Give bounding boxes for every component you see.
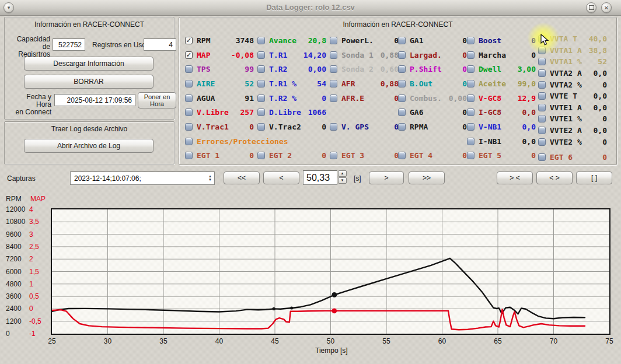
unchecked-checkbox-vvte2[interactable] [538, 138, 546, 146]
records-in-use-field[interactable]: 4 [144, 38, 176, 51]
unchecked-checkbox-egt-6[interactable] [538, 153, 546, 161]
step-back-button[interactable]: < [263, 172, 299, 184]
checked-checkbox-map[interactable]: ✓ [185, 51, 193, 59]
unchecked-checkbox-sonda-1[interactable] [330, 51, 337, 59]
unchecked-checkbox-vvta2[interactable] [538, 81, 546, 89]
unchecked-checkbox-vvta-t[interactable] [538, 35, 546, 43]
unchecked-checkbox-t-r2[interactable] [257, 65, 265, 73]
unchecked-checkbox-aire[interactable] [185, 80, 193, 88]
chart-plot-area[interactable] [51, 208, 610, 335]
unchecked-checkbox-afr-e[interactable] [330, 94, 337, 102]
param-value: 0,0 [594, 69, 607, 78]
param-label: Largad. [410, 51, 442, 60]
unchecked-checkbox-sonda-2[interactable] [330, 65, 337, 73]
time-position-field[interactable]: 50,33 [303, 170, 337, 185]
title-bar[interactable]: ▾ Data Logger: rolo 12.csv ✕ [0, 0, 621, 16]
unchecked-checkbox-largad[interactable] [398, 51, 406, 59]
unchecked-checkbox-afr[interactable] [330, 80, 337, 88]
rpm-tick-label: 3600 [6, 292, 29, 300]
zoom-reset-button[interactable]: [ ] [576, 172, 612, 184]
unchecked-checkbox-egt-2[interactable] [257, 152, 265, 159]
unchecked-checkbox-vvta1-a[interactable] [538, 47, 546, 54]
param-row-marcha: Marcha0 [467, 48, 536, 62]
param-row-map: ✓MAP-0,08 [185, 48, 254, 62]
unchecked-checkbox-p-shift[interactable] [398, 65, 406, 73]
unchecked-checkbox-egt-5[interactable] [467, 152, 475, 159]
param-label: P.Shift [410, 65, 442, 74]
rewind-button[interactable]: << [224, 172, 260, 184]
spin-up-button[interactable]: ▲ [338, 170, 347, 177]
unchecked-checkbox-combus[interactable] [398, 94, 406, 102]
download-info-button[interactable]: Descargar Información [24, 57, 153, 71]
unchecked-checkbox-vvta2-a[interactable] [538, 69, 546, 77]
unchecked-checkbox-t-r2[interactable] [257, 94, 265, 102]
unchecked-checkbox-t-r1[interactable] [257, 51, 265, 59]
capacity-field[interactable]: 522752 [53, 38, 85, 51]
records-in-use-label: Registros en Uso [92, 41, 146, 49]
capture-dropdown[interactable]: 2023-12-14;10:07:06; ▲▼ [70, 172, 215, 185]
unchecked-checkbox-powerl[interactable] [330, 37, 337, 44]
param-label: AFR [341, 79, 355, 88]
erase-button[interactable]: BORRAR [24, 75, 153, 89]
unchecked-checkbox-v-trac2[interactable] [257, 123, 265, 131]
param-row-afr-e: AFR.E0 [330, 91, 399, 106]
spin-down-button[interactable]: ▼ [338, 177, 347, 184]
checked-checkbox-rpm[interactable]: ✓ [185, 37, 193, 44]
unchecked-checkbox-i-nb1[interactable] [467, 138, 475, 145]
zoom-in-x-button[interactable]: > < [497, 172, 533, 184]
rpm-tick-label: 10800 [6, 218, 29, 226]
unchecked-checkbox-t-r1[interactable] [257, 80, 265, 88]
maximize-button[interactable] [586, 2, 596, 13]
unchecked-checkbox-agua[interactable] [185, 94, 193, 102]
param-label: D.Libre [269, 108, 301, 117]
param-row-dwell: Dwell3,00 [467, 62, 536, 76]
unchecked-checkbox-ga6[interactable] [398, 108, 406, 116]
unchecked-checkbox-ga1[interactable] [398, 37, 406, 44]
unchecked-checkbox-egt-1[interactable] [185, 152, 193, 159]
unchecked-checkbox-errores-protecciones[interactable] [185, 138, 193, 145]
dropdown-spinner-icon[interactable]: ▲▼ [208, 174, 212, 181]
unchecked-checkbox-v-trac1[interactable] [185, 123, 193, 131]
unchecked-checkbox-dwell[interactable] [467, 65, 475, 73]
fast-forward-button[interactable]: >> [409, 172, 445, 184]
param-value: 0,0 [522, 137, 536, 146]
step-forward-button[interactable]: > [369, 172, 404, 184]
unchecked-checkbox-vvte1[interactable] [538, 115, 546, 123]
param-row-v-trac2: V.Trac20 [257, 120, 326, 134]
map-tick-label: -1 [29, 330, 53, 338]
param-value: 0 [531, 51, 536, 60]
datetime-field[interactable]: 2025-08-12 17:09:56 [54, 94, 135, 106]
param-value: 0,0 [522, 123, 536, 131]
close-button[interactable]: ✕ [601, 2, 612, 13]
map-tick-label: 1,5 [29, 268, 53, 276]
param-label: EGT 1 [197, 151, 219, 160]
unchecked-checkbox-v-gps[interactable] [330, 123, 337, 131]
unchecked-checkbox-v-gc8[interactable] [467, 94, 475, 102]
unchecked-checkbox-v-nb1[interactable] [467, 123, 475, 131]
unchecked-checkbox-marcha[interactable] [467, 51, 475, 59]
open-log-file-button[interactable]: Abrir Archivo de Log [24, 139, 153, 153]
param-label: Sonda 1 [341, 51, 374, 60]
empty-row [257, 134, 326, 149]
set-time-button[interactable]: Poner en Hora [138, 92, 176, 108]
unchecked-checkbox-boost[interactable] [467, 37, 475, 44]
unchecked-checkbox-vvta1[interactable] [538, 58, 546, 65]
unchecked-checkbox-vvte2-a[interactable] [538, 127, 546, 134]
unchecked-checkbox-d-libre[interactable] [257, 108, 265, 116]
param-row-v-gps: V. GPS0 [330, 120, 399, 134]
unchecked-checkbox-aceite[interactable] [467, 80, 475, 88]
unchecked-checkbox-egt-4[interactable] [398, 152, 406, 159]
unchecked-checkbox-i-gc8[interactable] [467, 108, 475, 116]
unchecked-checkbox-vvte1-a[interactable] [538, 104, 546, 111]
unchecked-checkbox-avance[interactable] [257, 37, 265, 44]
zoom-out-x-button[interactable]: < > [536, 172, 573, 184]
unchecked-checkbox-vvte-t[interactable] [538, 92, 546, 100]
param-label: VVTA2 % [550, 80, 582, 89]
unchecked-checkbox-v-libre[interactable] [185, 108, 193, 116]
unchecked-checkbox-rpma[interactable] [398, 123, 406, 131]
unchecked-checkbox-egt-3[interactable] [330, 152, 337, 159]
unchecked-checkbox-tps[interactable] [185, 65, 193, 73]
param-value: 52 [245, 79, 254, 88]
param-value: 0 [462, 36, 467, 45]
unchecked-checkbox-b-out[interactable] [398, 80, 406, 88]
